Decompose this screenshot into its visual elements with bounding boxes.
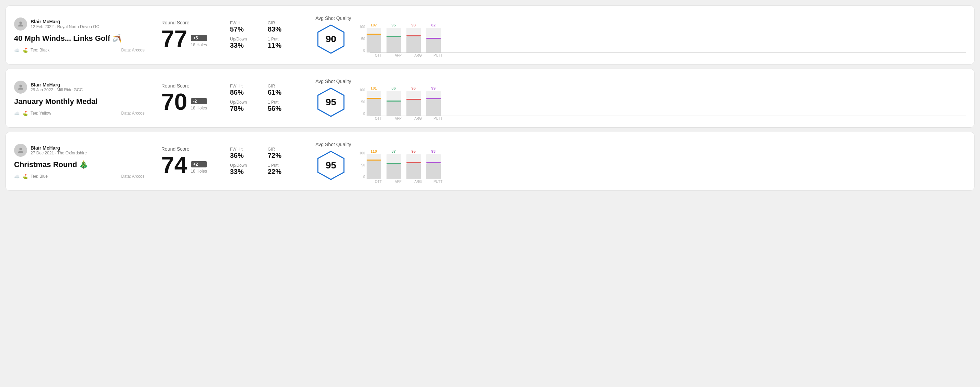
divider-2 <box>307 141 307 182</box>
stat-value: 22% <box>268 168 299 176</box>
bar-wrapper <box>387 154 401 179</box>
tee-row: ☁️⛳Tee: YellowData: Arccos <box>14 111 145 116</box>
round-title[interactable]: January Monthly Medal <box>14 97 145 106</box>
bar-value: 95 <box>391 23 396 27</box>
bar-line <box>406 35 421 36</box>
user-info: Blair McHarg29 Jan 2022 · Mill Ride GCC <box>30 82 83 92</box>
score-section: Round Score70-218 Holes <box>161 83 230 113</box>
x-axis-label: PUTT <box>431 180 445 184</box>
stat-label: FW Hit <box>230 147 261 152</box>
user-row: Blair McHarg27 Dec 2021 · The Oxfordshir… <box>14 144 145 157</box>
stat-label: Up/Down <box>230 100 261 105</box>
bar-wrapper <box>406 91 421 116</box>
quality-section: Avg Shot Quality 95100500110879593OTTAPP… <box>315 139 966 184</box>
x-axis-labels: OTTAPPARGPUTT <box>371 117 966 121</box>
bars-container: 110879593 <box>367 149 441 179</box>
avatar <box>14 17 27 30</box>
bar-group-arg: 98 <box>406 23 421 52</box>
hex-container: 95 <box>315 87 346 118</box>
avatar <box>14 81 27 94</box>
x-axis-labels: OTTAPPARGPUTT <box>371 180 966 184</box>
bar-value: 107 <box>371 23 377 27</box>
weather-icon: ☁️ <box>14 174 19 179</box>
round-title[interactable]: Christmas Round 🎄 <box>14 160 145 169</box>
user-info: Blair McHarg27 Dec 2021 · The Oxfordshir… <box>30 145 87 155</box>
bar-fill <box>406 36 421 52</box>
date-course: 12 Feb 2022 · Royal North Devon GC <box>30 24 99 29</box>
bar-group-arg: 95 <box>406 149 421 179</box>
score-badge-col: +218 Holes <box>191 161 207 176</box>
score-badge: +2 <box>191 161 207 167</box>
bar-value: 98 <box>412 23 416 27</box>
bar-line <box>426 38 441 39</box>
stat-label: GIR <box>268 84 299 89</box>
bar-value: 93 <box>431 149 436 153</box>
bar-group-putt: 82 <box>426 23 441 52</box>
stat-gir: GIR61% <box>268 84 299 97</box>
y-axis: 100500 <box>360 25 367 52</box>
round-title[interactable]: 40 Mph Winds... Links Golf 🪃 <box>14 34 145 43</box>
stat-label: GIR <box>268 21 299 25</box>
tee-info: ☁️⛳Tee: Blue <box>14 174 48 179</box>
bar-group-putt: 93 <box>426 149 441 179</box>
x-axis-label: APP <box>391 54 406 57</box>
bars-container: 107959882 <box>367 23 441 52</box>
stat-label: 1 Putt <box>268 163 299 168</box>
card-left-section: Blair McHarg29 Jan 2022 · Mill Ride GCCJ… <box>14 81 145 116</box>
bar-wrapper <box>426 154 441 179</box>
bar-fill <box>406 100 421 116</box>
round-card-round3: Blair McHarg27 Dec 2021 · The Oxfordshir… <box>5 132 975 191</box>
score-section: Round Score77+518 Holes <box>161 20 230 50</box>
stat-1putt: 1 Putt11% <box>268 37 299 49</box>
tee-label: Tee: Black <box>30 48 49 52</box>
bar-line <box>426 162 441 163</box>
stat-label: FW Hit <box>230 21 261 25</box>
stat-value: 57% <box>230 25 261 33</box>
bar-group-ott: 110 <box>367 149 381 179</box>
stats-grid: FW Hit57%GIR83%Up/Down33%1 Putt11% <box>230 21 299 49</box>
score-badge: -2 <box>191 98 207 104</box>
x-axis-line <box>370 179 966 179</box>
bar-wrapper <box>367 91 381 116</box>
date-course: 27 Dec 2021 · The Oxfordshire <box>30 151 87 155</box>
stat-gir: GIR72% <box>268 147 299 160</box>
score-holes: 18 Holes <box>191 106 207 111</box>
bar-value: 96 <box>412 86 416 90</box>
score-row: 70-218 Holes <box>161 90 230 113</box>
user-name: Blair McHarg <box>30 19 99 24</box>
y-axis: 100500 <box>360 88 367 116</box>
user-row: Blair McHarg29 Jan 2022 · Mill Ride GCC <box>14 81 145 94</box>
user-info: Blair McHarg12 Feb 2022 · Royal North De… <box>30 19 99 29</box>
y-axis-label: 0 <box>363 112 365 116</box>
tee-label: Tee: Blue <box>30 174 48 179</box>
bars-row: 100500110879593 <box>360 149 966 179</box>
bar-line <box>367 98 381 99</box>
hex-score: 90 <box>325 33 336 44</box>
card-left-section: Blair McHarg12 Feb 2022 · Royal North De… <box>14 17 145 53</box>
bar-group-app: 87 <box>387 149 401 179</box>
x-axis-labels: OTTAPPARGPUTT <box>371 54 966 57</box>
stats-section: FW Hit86%GIR61%Up/Down78%1 Putt56% <box>230 84 299 113</box>
stat-label: 1 Putt <box>268 37 299 41</box>
stat-label: Up/Down <box>230 163 261 168</box>
svg-point-2 <box>19 84 22 87</box>
bar-chart: 100500110879593OTTAPPARGPUTT <box>360 139 966 184</box>
bar-fill <box>367 99 381 116</box>
bar-group-app: 86 <box>387 86 401 116</box>
score-number: 70 <box>161 90 188 113</box>
bar-group-ott: 107 <box>367 23 381 52</box>
stat-value: 33% <box>230 41 261 49</box>
bars-row: 100500101869699 <box>360 86 966 116</box>
bar-fill <box>367 35 381 52</box>
bar-fill <box>387 102 401 116</box>
tee-row: ☁️⛳Tee: BlackData: Arccos <box>14 48 145 53</box>
avatar <box>14 144 27 157</box>
stat-label: 1 Putt <box>268 100 299 105</box>
score-holes: 18 Holes <box>191 169 207 174</box>
round-card-round1: Blair McHarg12 Feb 2022 · Royal North De… <box>5 5 975 65</box>
y-axis-label: 0 <box>363 49 365 52</box>
tee-icon: ⛳ <box>22 48 28 53</box>
bar-value: 87 <box>391 149 396 153</box>
bar-wrapper <box>387 28 401 52</box>
bar-line <box>406 162 421 163</box>
